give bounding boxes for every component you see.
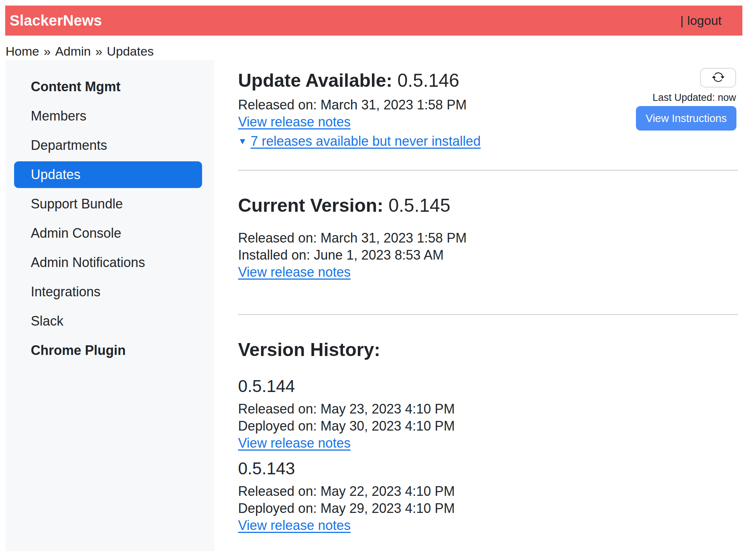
- history-release-notes-link[interactable]: View release notes: [238, 518, 351, 533]
- breadcrumb-updates-current: Updates: [107, 44, 154, 59]
- sidebar-item-admin-console[interactable]: Admin Console: [14, 220, 202, 247]
- current-released-on: Released on: March 31, 2023 1:58 PM: [238, 230, 742, 247]
- section-divider: [238, 170, 738, 171]
- last-updated-status: Last Updated: now: [653, 92, 736, 103]
- sidebar-item-departments[interactable]: Departments: [14, 132, 202, 159]
- history-deployed-on: Deployed on: May 30, 2023 4:10 PM: [238, 418, 742, 435]
- logout-link[interactable]: logout: [687, 13, 722, 28]
- sidebar-item-chrome-plugin[interactable]: Chrome Plugin: [14, 337, 202, 364]
- sidebar-item-members[interactable]: Members: [14, 103, 202, 129]
- logout-separator: |: [680, 13, 684, 28]
- app-brand: SlackerNews: [10, 12, 102, 29]
- current-version-number: 0.5.145: [389, 195, 451, 216]
- breadcrumb: Home » Admin » Updates: [0, 36, 752, 60]
- history-deployed-on: Deployed on: May 29, 2023 4:10 PM: [238, 500, 742, 517]
- update-release-notes-link[interactable]: View release notes: [238, 114, 351, 129]
- history-version-number: 0.5.144: [238, 376, 742, 396]
- history-released-on: Released on: May 23, 2023 4:10 PM: [238, 401, 742, 418]
- sidebar-item-content-mgmt[interactable]: Content Mgmt: [14, 73, 202, 100]
- history-entry: 0.5.144 Released on: May 23, 2023 4:10 P…: [238, 376, 742, 452]
- history-entry: 0.5.143 Released on: May 22, 2023 4:10 P…: [238, 458, 742, 534]
- breadcrumb-separator: »: [95, 44, 102, 59]
- history-release-notes-line: View release notes: [238, 435, 742, 452]
- sidebar-item-updates[interactable]: Updates: [14, 161, 202, 188]
- history-released-on: Released on: May 22, 2023 4:10 PM: [238, 483, 742, 500]
- update-available-label: Update Available:: [238, 70, 392, 91]
- current-version-label: Current Version:: [238, 195, 383, 216]
- history-version-number: 0.5.143: [238, 458, 742, 478]
- breadcrumb-separator: »: [44, 44, 51, 59]
- releases-toggle-line: ▼7 releases available but never installe…: [238, 133, 742, 150]
- sidebar-item-admin-notifications[interactable]: Admin Notifications: [14, 249, 202, 276]
- breadcrumb-admin[interactable]: Admin: [55, 44, 91, 59]
- current-version-heading: Current Version: 0.5.145: [238, 194, 742, 217]
- releases-toggle-label: 7 releases available but never installed: [251, 134, 481, 149]
- refresh-icon: [712, 71, 725, 85]
- current-release-notes-link[interactable]: View release notes: [238, 264, 351, 280]
- current-installed-on: Installed on: June 1, 2023 8:53 AM: [238, 247, 742, 264]
- updates-main-content: Last Updated: now View Instructions Upda…: [214, 60, 742, 551]
- refresh-button[interactable]: [700, 68, 736, 88]
- view-instructions-button[interactable]: View Instructions: [636, 106, 736, 131]
- update-available-version: 0.5.146: [398, 70, 459, 91]
- history-release-notes-line: View release notes: [238, 517, 742, 534]
- page-layout: Content Mgmt Members Departments Updates…: [6, 60, 742, 551]
- history-release-notes-link[interactable]: View release notes: [238, 435, 351, 451]
- update-available-heading: Update Available: 0.5.146: [238, 69, 742, 92]
- releases-toggle-link[interactable]: ▼7 releases available but never installe…: [238, 134, 481, 149]
- version-history-heading: Version History:: [238, 339, 742, 361]
- breadcrumb-home[interactable]: Home: [6, 44, 39, 59]
- sidebar-item-support-bundle[interactable]: Support Bundle: [14, 191, 202, 217]
- sidebar-item-slack[interactable]: Slack: [14, 308, 202, 335]
- logout-container: | logout: [680, 13, 722, 28]
- section-divider: [238, 314, 738, 315]
- top-nav-bar: SlackerNews | logout: [5, 6, 742, 36]
- caret-down-icon: ▼: [238, 133, 247, 150]
- current-release-notes-line: View release notes: [238, 264, 742, 281]
- sidebar-item-integrations[interactable]: Integrations: [14, 279, 202, 305]
- admin-sidebar: Content Mgmt Members Departments Updates…: [6, 60, 214, 551]
